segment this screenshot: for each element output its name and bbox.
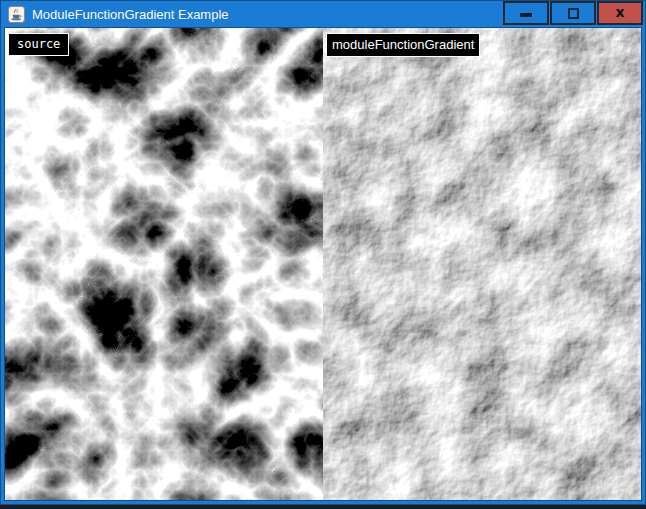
source-label: source (8, 33, 69, 56)
app-window: ModuleFunctionGradient Example x (0, 0, 646, 505)
minimize-button[interactable] (503, 1, 549, 25)
gradient-panel: moduleFunctionGradient (323, 28, 641, 500)
source-noise-image (5, 28, 323, 500)
content-area: source (5, 28, 641, 500)
gradient-label: moduleFunctionGradient (326, 33, 480, 57)
source-panel: source (5, 28, 323, 500)
maximize-icon (568, 8, 579, 19)
maximize-button[interactable] (550, 1, 596, 25)
close-button[interactable]: x (597, 1, 643, 25)
java-coffee-cup-icon (8, 6, 25, 23)
titlebar[interactable]: ModuleFunctionGradient Example x (0, 0, 646, 28)
window-title: ModuleFunctionGradient Example (32, 7, 229, 22)
close-icon: x (615, 5, 624, 19)
desktop-background-strip (0, 505, 646, 509)
minimize-icon (520, 13, 532, 17)
window-controls: x (502, 0, 643, 25)
module-function-gradient-image (323, 28, 641, 500)
